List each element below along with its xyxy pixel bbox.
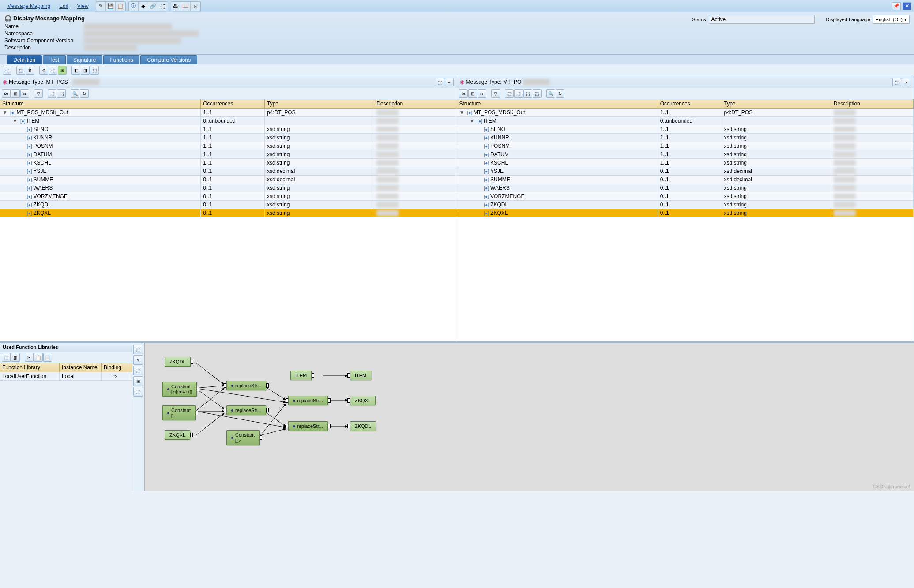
tree-row[interactable]: [●]KUNNR1..1xsd:string bbox=[457, 134, 914, 142]
rt-btn-6[interactable]: ⬚ bbox=[514, 89, 523, 98]
tree-row[interactable]: ▼[●]MT_POS_MDSK_Out1..1p4:DT_POS bbox=[0, 109, 457, 117]
node-zkqxl-tgt[interactable]: ZKQXL bbox=[350, 396, 376, 405]
node-replace-4[interactable]: replaceStr... bbox=[288, 421, 328, 431]
pin-icon[interactable]: 📌 bbox=[892, 2, 901, 10]
tree-row[interactable]: [●]YSJE0..1xsd:decimal bbox=[457, 167, 914, 176]
tree-row[interactable]: ▼[●]MT_POS_MDSK_Out1..1p4:DT_POS bbox=[457, 109, 914, 117]
info-icon[interactable]: ⓘ bbox=[129, 2, 139, 11]
func-paste-icon[interactable]: 📄 bbox=[43, 353, 52, 362]
node-constant-3[interactable]: Constant[]]> bbox=[226, 430, 260, 445]
tool-btn-3[interactable]: 🗑 bbox=[26, 66, 34, 75]
save-icon[interactable]: 💾 bbox=[106, 2, 116, 11]
lt-btn-8[interactable]: ↻ bbox=[80, 89, 89, 98]
tree-row[interactable]: [●]VORZMENGE0..1xsd:string bbox=[0, 192, 457, 201]
copy-icon[interactable]: 📋 bbox=[116, 2, 125, 11]
check-icon[interactable]: ◆ bbox=[139, 2, 148, 11]
tool-btn-9[interactable]: ⬚ bbox=[90, 66, 99, 75]
tab-signature[interactable]: Signature bbox=[67, 55, 102, 64]
rt-btn-10[interactable]: ↻ bbox=[556, 89, 564, 98]
tree-row[interactable]: [●]DATUM1..1xsd:string bbox=[457, 150, 914, 159]
tree-row[interactable]: ▼[●]ITEM0..unbounded bbox=[457, 117, 914, 125]
rt-btn-3[interactable]: ∞ bbox=[478, 89, 486, 98]
book-icon[interactable]: 📖 bbox=[181, 2, 191, 11]
expand-icon[interactable]: ▼ bbox=[470, 118, 475, 124]
pane-btn-l2[interactable]: ▾ bbox=[445, 78, 454, 86]
node-constant-2[interactable]: Constant[] bbox=[162, 405, 196, 420]
tool-btn-6[interactable]: ⊞ bbox=[58, 66, 67, 75]
activate-icon[interactable]: ⬚ bbox=[158, 2, 168, 11]
tree-row[interactable]: [●]POSNM1..1xsd:string bbox=[0, 142, 457, 150]
menu-edit[interactable]: Edit bbox=[55, 3, 73, 9]
tool-btn-4[interactable]: ⚙ bbox=[39, 66, 48, 75]
tree-row[interactable]: [●]YSJE0..1xsd:decimal bbox=[0, 167, 457, 176]
expand-icon[interactable]: ▼ bbox=[2, 109, 8, 116]
lt-btn-6[interactable]: ⬚ bbox=[57, 89, 66, 98]
lt-btn-3[interactable]: ∞ bbox=[20, 89, 29, 98]
tab-compare[interactable]: Compare Versions bbox=[140, 55, 197, 64]
tree-row[interactable]: [●]SENO1..1xsd:string bbox=[457, 125, 914, 134]
lt-btn-5[interactable]: ⬚ bbox=[48, 89, 56, 98]
tree-row[interactable]: ▼[●]ITEM0..unbounded bbox=[0, 117, 457, 125]
node-replace-1[interactable]: replaceStr... bbox=[226, 381, 266, 390]
tool-btn-5[interactable]: ⬚ bbox=[49, 66, 57, 75]
lt-btn-7[interactable]: 🔍 bbox=[71, 89, 79, 98]
export-icon[interactable]: ⎘ bbox=[191, 2, 200, 11]
tree-row[interactable]: [●]KSCHL1..1xsd:string bbox=[0, 159, 457, 167]
pane-btn-r1[interactable]: ⬚ bbox=[892, 78, 901, 86]
edit-icon[interactable]: ✎ bbox=[96, 2, 106, 11]
tree-row[interactable]: [●]SUMME0..1xsd:decimal bbox=[0, 176, 457, 184]
ctool-3[interactable]: ⬚ bbox=[133, 366, 143, 375]
tool-btn-8[interactable]: ◨ bbox=[81, 66, 90, 75]
ctool-2[interactable]: ✎ bbox=[133, 355, 143, 365]
lang-select[interactable]: English (OL)▾ bbox=[873, 15, 910, 24]
tree-row[interactable]: [●]ZKQXL0..1xsd:string bbox=[0, 209, 457, 217]
lt-btn-2[interactable]: ⊞ bbox=[11, 89, 20, 98]
lt-btn-1[interactable]: 🗂 bbox=[2, 89, 11, 98]
rt-btn-5[interactable]: ⬚ bbox=[505, 89, 514, 98]
expand-icon[interactable]: ▼ bbox=[12, 118, 18, 124]
rt-btn-7[interactable]: ⬚ bbox=[523, 89, 532, 98]
tree-row[interactable]: [●]WAERS0..1xsd:string bbox=[457, 184, 914, 192]
expand-icon[interactable]: ▼ bbox=[459, 109, 465, 116]
node-replace-2[interactable]: replaceStr... bbox=[226, 405, 266, 415]
close-icon[interactable]: ✕ bbox=[903, 2, 911, 10]
ctool-4[interactable]: ⊞ bbox=[133, 376, 143, 386]
ctool-1[interactable]: ⬚ bbox=[133, 345, 143, 354]
pane-btn-r2[interactable]: ▾ bbox=[902, 78, 910, 86]
tab-functions[interactable]: Functions bbox=[103, 55, 139, 64]
node-zkqdl-tgt[interactable]: ZKQDL bbox=[350, 421, 376, 431]
func-del-icon[interactable]: 🗑 bbox=[11, 353, 20, 362]
left-tree[interactable]: Structure Occurrences Type Description ▼… bbox=[0, 99, 457, 341]
tree-row[interactable]: [●]DATUM1..1xsd:string bbox=[0, 150, 457, 159]
func-add-icon[interactable]: ⬚ bbox=[2, 353, 11, 362]
mapping-canvas[interactable]: ZKQDL Constant[<![CDATA[] Constant[] ZKQ… bbox=[145, 343, 914, 491]
tree-row[interactable]: [●]ZKQDL0..1xsd:string bbox=[0, 201, 457, 209]
rt-btn-8[interactable]: ⬚ bbox=[533, 89, 542, 98]
func-copy-icon[interactable]: 📋 bbox=[34, 353, 43, 362]
menu-view[interactable]: View bbox=[73, 3, 93, 9]
node-constant-cdata[interactable]: Constant[<![CDATA[] bbox=[162, 382, 197, 397]
tool-btn-1[interactable]: ⬚ bbox=[3, 66, 11, 75]
tree-row[interactable]: [●]ZKQDL0..1xsd:string bbox=[457, 201, 914, 209]
tree-row[interactable]: [●]KSCHL1..1xsd:string bbox=[457, 159, 914, 167]
hierarchy-icon[interactable]: 🔗 bbox=[148, 2, 158, 11]
tree-row[interactable]: [●]SENO1..1xsd:string bbox=[0, 125, 457, 134]
tab-test[interactable]: Test bbox=[43, 55, 66, 64]
tree-row[interactable]: [●]ZKQXL0..1xsd:string bbox=[457, 209, 914, 217]
menu-message-mapping[interactable]: Message Mapping bbox=[3, 3, 55, 9]
node-zkqxl-src[interactable]: ZKQXL bbox=[165, 430, 190, 440]
tree-row[interactable]: [●]WAERS0..1xsd:string bbox=[0, 184, 457, 192]
ctool-5[interactable]: ⬚ bbox=[133, 387, 143, 397]
func-row[interactable]: LocalUserFunction Local ⇨ bbox=[0, 372, 132, 381]
rt-btn-9[interactable]: 🔍 bbox=[546, 89, 555, 98]
right-tree[interactable]: Structure Occurrences Type Description ▼… bbox=[457, 99, 914, 341]
tool-btn-2[interactable]: ⬚ bbox=[16, 66, 25, 75]
tree-row[interactable]: [●]VORZMENGE0..1xsd:string bbox=[457, 192, 914, 201]
tree-row[interactable]: [●]KUNNR1..1xsd:string bbox=[0, 134, 457, 142]
tab-definition[interactable]: Definition bbox=[7, 55, 42, 64]
func-cut-icon[interactable]: ✂ bbox=[25, 353, 34, 362]
node-item-tgt[interactable]: ITEM bbox=[350, 371, 371, 380]
node-zkqdl-src[interactable]: ZKQDL bbox=[165, 357, 191, 367]
tree-row[interactable]: [●]POSNM1..1xsd:string bbox=[457, 142, 914, 150]
tree-row[interactable]: [●]SUMME0..1xsd:decimal bbox=[457, 176, 914, 184]
